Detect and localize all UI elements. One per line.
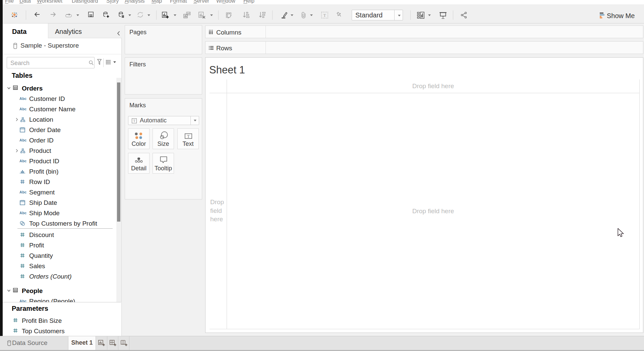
svg-text:T: T <box>187 134 190 139</box>
svg-text:T: T <box>324 13 326 18</box>
svg-text:T: T <box>133 119 135 123</box>
